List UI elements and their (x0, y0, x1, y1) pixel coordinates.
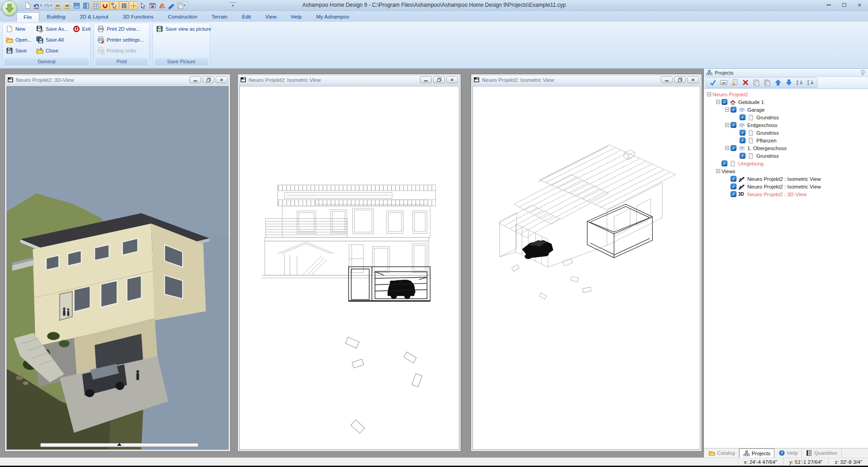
save-view-as-picture-button[interactable]: Save view as picture (155, 24, 212, 33)
new-button[interactable]: New (5, 24, 33, 33)
dropdown-arrow-icon[interactable]: ▾ (40, 4, 42, 7)
delete-button[interactable] (741, 78, 750, 87)
panel-tab-quantities[interactable]: Quantities (802, 448, 842, 458)
visibility-checkbox[interactable]: ✓ (731, 107, 736, 113)
tab-file[interactable]: File (16, 12, 39, 22)
visibility-checkbox[interactable]: ✓ (740, 130, 745, 136)
tab-building[interactable]: Building (40, 12, 72, 22)
split-vertical-button[interactable] (81, 1, 90, 9)
tab-terrain[interactable]: Terrain (205, 12, 234, 22)
axis-guides-button[interactable] (129, 1, 138, 9)
close-button[interactable]: Close (35, 46, 70, 55)
dropdown-arrow-icon[interactable]: ▾ (51, 4, 52, 7)
view-rotate-scrollbar[interactable] (40, 443, 198, 447)
visibility-checkbox[interactable]: ✓ (731, 176, 736, 182)
expander-minus-icon[interactable] (724, 123, 731, 127)
properties-button[interactable] (730, 78, 739, 87)
tree-item-views[interactable]: Views (704, 167, 868, 175)
tab-construction[interactable]: Construction (161, 12, 204, 22)
snap-magnet-button[interactable] (100, 1, 109, 9)
panel-tab-projects[interactable]: Projects (739, 448, 775, 458)
visibility-checkbox[interactable]: ✓ (740, 114, 745, 120)
save-as-button[interactable]: Save As... (35, 24, 70, 33)
confirm-button[interactable] (708, 78, 717, 87)
window-isometric-view-2[interactable]: Neues Projekt2: Isometric View ✕ (471, 74, 702, 452)
isometric-view-canvas[interactable] (472, 86, 700, 450)
expander-minus-icon[interactable] (724, 108, 731, 112)
visibility-checkbox[interactable]: ✓ (722, 160, 727, 166)
close-view-button[interactable] (148, 1, 157, 9)
tab-my-ashampoo[interactable]: My Ashampoo (309, 12, 356, 22)
exit-button[interactable]: Exit (71, 24, 92, 33)
child-titlebar[interactable]: Neues Projekt2: 3D-View ✕ (6, 75, 229, 85)
print-2d-view-button[interactable]: Print 2D view... (96, 24, 146, 33)
tree-item-pflanzen[interactable]: ✓Pflanzen (704, 137, 868, 144)
tab-view[interactable]: View (259, 12, 283, 22)
pin-icon[interactable] (860, 70, 866, 76)
wedge-tool-button[interactable] (167, 1, 176, 9)
tree-item-neues-projekt2-3d-view[interactable]: ✓3DNeues Projekt2 : 3D-View (704, 190, 868, 198)
tree-item-neues-projekt2-isometric-view[interactable]: ✓Neues Projekt2 : Isometric View (704, 183, 868, 190)
expander-minus-icon[interactable] (706, 92, 712, 96)
app-logo-orb[interactable] (2, 0, 17, 16)
child-titlebar[interactable]: Neues Projekt2: Isometric View ✕ (239, 75, 460, 85)
save-all-button[interactable]: Save All (35, 35, 70, 44)
printer-settings-button[interactable]: Printer settings... (96, 35, 146, 44)
tab-help[interactable]: Help (284, 12, 309, 22)
tree-item-gebäude-1[interactable]: ✓Gebäude 1 (704, 98, 868, 106)
tree-item-umgebung[interactable]: ✓Umgebung (704, 160, 868, 167)
minimize-button[interactable] (821, 0, 836, 10)
panel-tab-catalog[interactable]: Catalog (705, 448, 739, 458)
child-close-button[interactable]: ✕ (687, 76, 699, 83)
tab-3d-functions[interactable]: 3D Functions (116, 12, 160, 22)
expander-minus-icon[interactable] (724, 146, 731, 150)
grid-toggle-button[interactable] (91, 1, 100, 9)
visibility-checkbox[interactable]: ✓ (731, 184, 736, 189)
visibility-checkbox[interactable]: ✓ (722, 99, 727, 105)
new-document-button[interactable] (23, 1, 32, 9)
child-minimize-button[interactable] (661, 76, 673, 83)
close-button[interactable]: ✕ (852, 0, 867, 10)
sort-az-button[interactable]: AZ (795, 78, 804, 87)
scrollbar-thumb-icon[interactable] (117, 443, 122, 446)
redo-button[interactable]: ▾ (43, 1, 53, 9)
tree-item-grundriss[interactable]: ✓Grundriss (704, 152, 868, 160)
child-restore-button[interactable] (433, 76, 445, 83)
tree-item-erdgeschoss[interactable]: ✓Erdgeschoss (704, 121, 868, 129)
visibility-checkbox[interactable]: ✓ (731, 191, 736, 197)
paste-button[interactable] (762, 78, 772, 87)
3d-view-canvas[interactable] (6, 86, 229, 450)
visibility-checkbox[interactable]: ✓ (731, 145, 736, 151)
child-restore-button[interactable] (674, 76, 686, 83)
tab-2d-layout[interactable]: 2D & Layout (73, 12, 115, 22)
isometric-view-canvas[interactable] (239, 86, 459, 450)
tree-item-garage[interactable]: ✓Garage (704, 106, 868, 113)
tree-item-neues-projekt2[interactable]: Neues Projekt2 (704, 90, 868, 98)
undo-button[interactable]: ▾ (33, 1, 42, 9)
tab-edit[interactable]: Edit (235, 12, 258, 22)
child-minimize-button[interactable] (420, 76, 432, 83)
visibility-checkbox[interactable]: ✓ (740, 153, 745, 159)
tree-item-grundriss[interactable]: ✓Grundriss (704, 129, 868, 137)
expander-minus-icon[interactable] (715, 100, 722, 104)
parallel-guides-button[interactable] (119, 1, 128, 9)
visibility-checkbox[interactable]: ✓ (731, 122, 736, 128)
window-3d-view[interactable]: Neues Projekt2: 3D-View ✕ (5, 74, 231, 452)
maximize-button[interactable] (836, 0, 852, 10)
child-close-button[interactable]: ✕ (446, 76, 458, 83)
tree-item-1-obergeschoss[interactable]: ✓1. Obergeschoss (704, 144, 868, 152)
expander-minus-icon[interactable] (715, 169, 722, 173)
child-minimize-button[interactable] (189, 76, 201, 83)
split-horizontal-button[interactable] (72, 1, 81, 9)
select-tool-button[interactable] (138, 1, 147, 9)
tree-item-neues-projekt2-isometric-view[interactable]: ✓Neues Projekt2 : Isometric View (704, 175, 868, 183)
child-close-button[interactable]: ✕ (216, 76, 227, 83)
save-button[interactable]: Save (5, 46, 33, 55)
panel-tab-help[interactable]: ?Help (775, 448, 802, 458)
view-3d-button[interactable]: 3D (62, 1, 71, 9)
roof-tool-button[interactable] (157, 1, 166, 9)
dropdown-arrow-icon[interactable]: ▾ (184, 4, 186, 7)
child-restore-button[interactable] (203, 76, 214, 83)
visibility-checkbox[interactable]: ✓ (740, 137, 745, 143)
rename-button[interactable]: abl (719, 78, 728, 87)
